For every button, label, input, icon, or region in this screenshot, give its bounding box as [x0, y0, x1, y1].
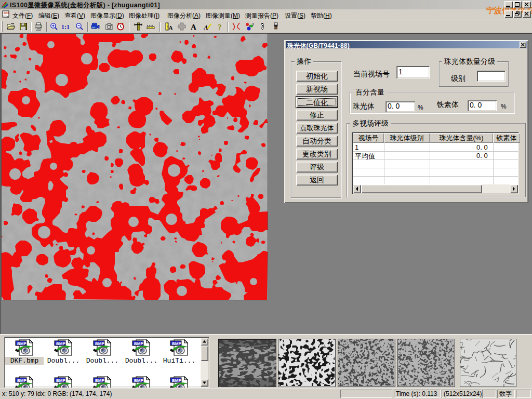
svg-text:DOC: DOC: [4, 11, 10, 15]
svg-text:1:1: 1:1: [61, 23, 70, 31]
svg-text:BMP: BMP: [56, 341, 65, 346]
svg-text:BMP: BMP: [172, 341, 181, 346]
svg-text:BMP: BMP: [134, 378, 143, 383]
svg-text:A: A: [169, 24, 173, 31]
svg-text:A: A: [191, 23, 196, 31]
svg-text:BMP: BMP: [95, 378, 104, 383]
svg-text:BMP: BMP: [134, 341, 143, 346]
svg-text:BMP: BMP: [56, 378, 65, 383]
svg-text:BMP: BMP: [95, 341, 104, 346]
svg-text:BMP: BMP: [172, 378, 181, 383]
svg-text:?: ?: [218, 23, 222, 31]
svg-text:BMP: BMP: [17, 378, 26, 383]
svg-text:3: 3: [252, 22, 254, 26]
svg-text:BMP: BMP: [17, 341, 26, 346]
